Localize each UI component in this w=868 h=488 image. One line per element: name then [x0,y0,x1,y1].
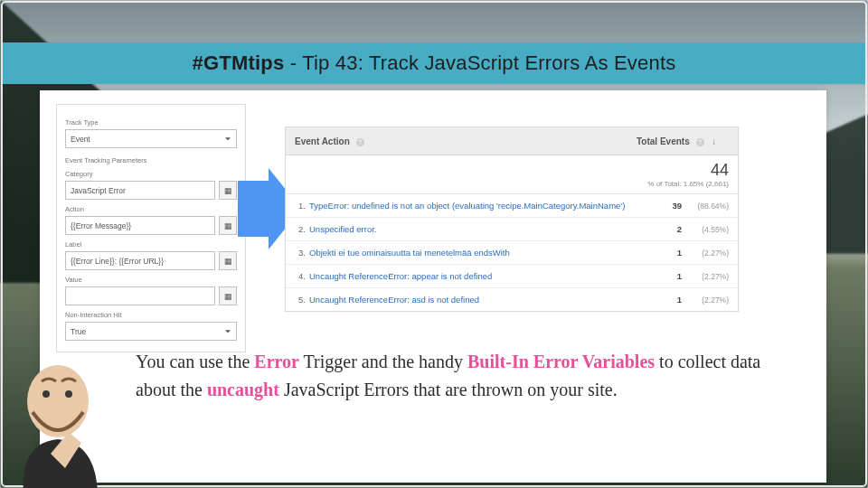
variable-picker-icon[interactable]: ▦ [219,181,237,200]
table-row: 1. TypeError: undefined is not an object… [286,194,738,218]
title-hashtag: #GTMtips [193,52,285,74]
table-row: 2. Unspecified error. 2 (4.55%) [286,218,738,241]
noninteraction-select[interactable]: True [65,322,237,341]
ga-report-table: Event Action ? Total Events ? ↓ 44 % of … [285,127,739,312]
emphasis: Error [254,352,299,371]
col-total-events[interactable]: Total Events [637,136,690,146]
event-action-link[interactable]: Uncaught ReferenceError: asd is not defi… [309,295,479,305]
table-row: 3. Objekti ei tue ominaisuutta tai menet… [286,241,738,265]
table-row: 5. Uncaught ReferenceError: asd is not d… [286,288,738,311]
title-text: #GTMtips - Tip 43: Track JavaScript Erro… [193,52,676,75]
event-action-link[interactable]: TypeError: undefined is not an object (e… [309,201,625,211]
event-params-heading: Event Tracking Parameters [65,156,237,164]
summary-pct: % of Total: 1.65% (2,661) [627,180,729,188]
event-action-link[interactable]: Objekti ei tue ominaisuutta tai menetelm… [309,248,510,258]
category-label: Category [65,170,237,178]
sort-desc-icon[interactable]: ↓ [712,136,716,146]
variable-picker-icon[interactable]: ▦ [219,251,237,270]
variable-picker-icon[interactable]: ▦ [219,286,237,305]
tip-body: You can use the Error Trigger and the ha… [136,348,769,404]
gtm-tag-config-card: Track Type Event Event Tracking Paramete… [56,104,246,352]
variable-picker-icon[interactable]: ▦ [219,216,237,235]
noninteraction-label: Non-Interaction Hit [65,311,237,319]
category-input[interactable]: JavaScript Error [65,181,215,200]
col-event-action[interactable]: Event Action [295,136,350,146]
action-label: Action [65,205,237,213]
summary-total: 44 [627,161,729,180]
action-input[interactable]: {{Error Message}} [65,216,215,235]
label-input[interactable]: {{Error Line}}: {{Error URL}} [65,251,215,270]
help-icon[interactable]: ? [696,138,704,146]
title-band: #GTMtips - Tip 43: Track JavaScript Erro… [3,42,865,84]
event-action-link[interactable]: Uncaught ReferenceError: appear is not d… [309,271,492,281]
event-action-link[interactable]: Unspecified error. [309,224,376,234]
value-label: Value [65,276,237,284]
value-input[interactable] [65,286,215,305]
ga-summary-row: 44 % of Total: 1.65% (2,661) [286,155,738,194]
track-type-label: Track Type [65,118,237,127]
help-icon[interactable]: ? [356,138,364,146]
label-label: Label [65,240,237,249]
track-type-select[interactable]: Event [65,129,237,148]
emphasis: uncaught [207,380,279,399]
table-row: 4. Uncaught ReferenceError: appear is no… [286,265,738,288]
arrow-icon [238,181,269,237]
emphasis: Built-In Error Variables [467,352,655,371]
ga-table-header: Event Action ? Total Events ? ↓ [286,127,738,155]
